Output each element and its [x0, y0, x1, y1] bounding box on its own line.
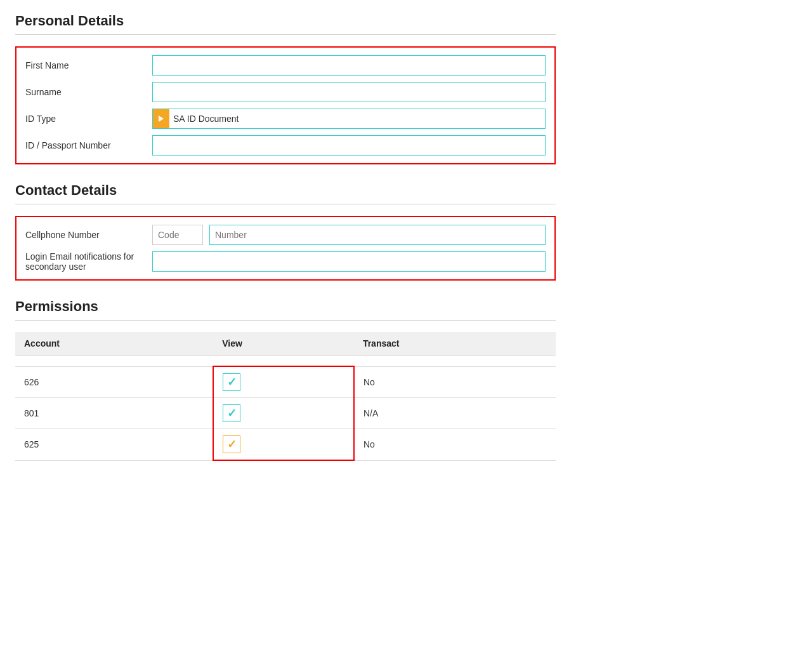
transact-cell: N/A	[354, 398, 556, 429]
personal-details-section: Personal Details First Name Surname ID T…	[15, 13, 556, 164]
id-type-select[interactable]: SA ID Document Passport	[169, 109, 545, 128]
id-passport-row: ID / Passport Number	[25, 135, 546, 156]
id-passport-label: ID / Passport Number	[25, 140, 152, 150]
view-checkbox[interactable]: ✓	[223, 373, 240, 391]
checkmark-icon: ✓	[227, 408, 237, 419]
first-name-input[interactable]	[152, 55, 546, 76]
personal-details-title: Personal Details	[15, 13, 556, 35]
view-checkbox[interactable]: ✓	[223, 404, 240, 422]
view-cell[interactable]: ✓	[213, 398, 354, 429]
id-type-label: ID Type	[25, 114, 152, 124]
checkmark-icon: ✓	[227, 439, 237, 450]
permissions-spacer-row	[15, 355, 556, 367]
transact-cell: No	[354, 429, 556, 461]
table-row: 626✓No	[15, 366, 556, 398]
cellphone-row: Cellphone Number	[25, 225, 546, 245]
surname-row: Surname	[25, 82, 546, 102]
first-name-row: First Name	[25, 55, 546, 76]
personal-details-form-group: First Name Surname ID Type SA ID Documen…	[15, 46, 556, 164]
surname-input[interactable]	[152, 82, 546, 102]
surname-label: Surname	[25, 87, 152, 97]
col-view-header: View	[213, 332, 354, 355]
cellphone-code-input[interactable]	[152, 225, 203, 245]
login-email-input[interactable]	[152, 251, 546, 272]
cellphone-inputs	[152, 225, 546, 245]
permissions-table: Account View Transact 626✓No801✓N/A625✓N…	[15, 332, 556, 461]
table-row: 625✓No	[15, 429, 556, 461]
permissions-title: Permissions	[15, 298, 556, 321]
view-cell[interactable]: ✓	[213, 366, 354, 398]
checkmark-icon: ✓	[227, 376, 237, 388]
contact-details-form-group: Cellphone Number Login Email notificatio…	[15, 216, 556, 281]
table-row: 801✓N/A	[15, 398, 556, 429]
id-type-row: ID Type SA ID Document Passport	[25, 109, 546, 129]
col-transact-header: Transact	[354, 332, 556, 355]
contact-details-title: Contact Details	[15, 182, 556, 204]
permissions-section: Permissions Account View Transact 626✓No…	[15, 298, 556, 461]
transact-cell: No	[354, 366, 556, 398]
id-type-wrapper[interactable]: SA ID Document Passport	[152, 109, 546, 129]
id-type-arrow-icon	[153, 109, 169, 128]
first-name-label: First Name	[25, 60, 152, 70]
view-checkbox[interactable]: ✓	[223, 435, 240, 453]
svg-marker-0	[159, 116, 164, 122]
cellphone-number-input[interactable]	[209, 225, 546, 245]
account-cell: 801	[15, 398, 213, 429]
cellphone-label: Cellphone Number	[25, 230, 152, 240]
account-cell: 626	[15, 366, 213, 398]
account-cell: 625	[15, 429, 213, 461]
contact-details-section: Contact Details Cellphone Number Login E…	[15, 182, 556, 281]
login-email-label: Login Email notifications for secondary …	[25, 251, 152, 272]
permissions-header-row: Account View Transact	[15, 332, 556, 355]
view-cell[interactable]: ✓	[213, 429, 354, 461]
col-account-header: Account	[15, 332, 213, 355]
id-passport-input[interactable]	[152, 135, 546, 156]
login-email-row: Login Email notifications for secondary …	[25, 251, 546, 272]
